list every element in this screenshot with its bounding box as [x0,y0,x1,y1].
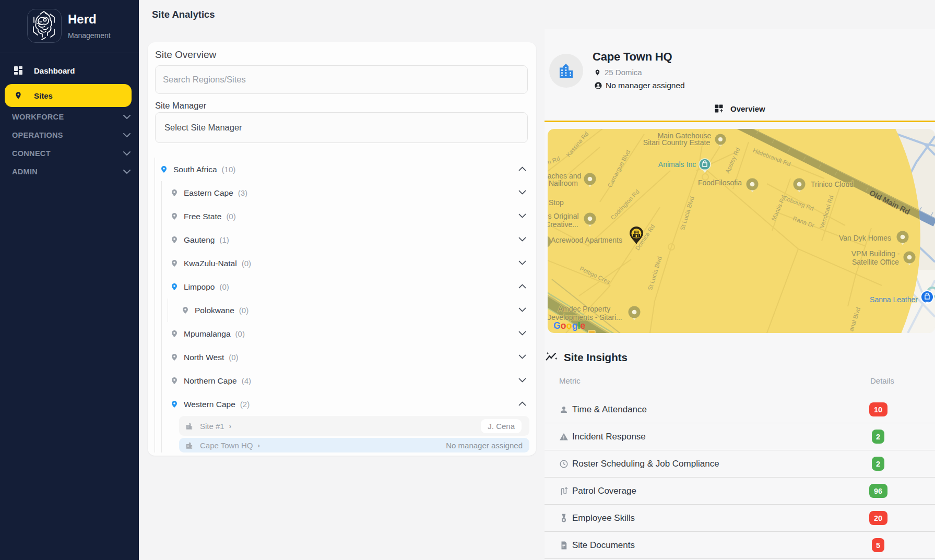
svg-text:e: e [580,320,585,331]
svg-text:Acrewood Apartments: Acrewood Apartments [551,236,622,244]
svg-text:Nailroom: Nailroom [549,179,578,187]
svg-text:Amdec Property: Amdec Property [558,305,610,313]
svg-text:Creative...: Creative... [548,220,578,229]
svg-text:VPM Building -: VPM Building - [851,249,900,258]
svg-text:Satellite Office: Satellite Office [852,258,899,266]
svg-text:Sanna Leather: Sanna Leather [870,295,918,304]
svg-text:o: o [561,320,566,331]
svg-text:g: g [572,320,578,331]
svg-text:Stop: Stop [549,198,564,207]
svg-text:Van Dyk Homes: Van Dyk Homes [839,234,891,242]
svg-text:FoodFilosofia: FoodFilosofia [698,178,742,187]
svg-text:o: o [566,320,572,331]
svg-text:Sitari Country Estate: Sitari Country Estate [643,138,711,147]
svg-text:s Original: s Original [548,212,578,220]
svg-text:Trinico Cloud: Trinico Cloud [811,180,854,188]
svg-text:Animals Inc: Animals Inc [658,160,696,169]
svg-text:G: G [553,320,561,331]
